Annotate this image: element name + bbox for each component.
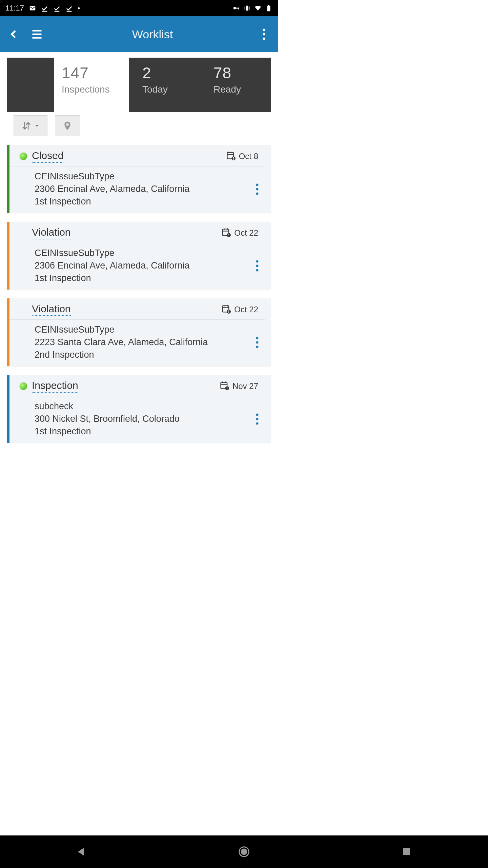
status-bar: 11:17 • [0, 0, 278, 16]
svg-rect-7 [267, 6, 270, 11]
svg-point-38 [256, 418, 258, 420]
card-action-menu[interactable] [245, 250, 269, 281]
svg-point-24 [256, 264, 258, 267]
card-date: Oct 22 [234, 305, 258, 314]
calendar-alert-icon [221, 304, 231, 315]
mail-icon [29, 4, 36, 12]
card-header: Violation Oct 22 [7, 222, 265, 243]
svg-point-25 [256, 269, 258, 271]
card-subtype: CEINIssueSubType [35, 248, 245, 258]
ready-label: Ready [214, 84, 268, 95]
today-count: 2 [142, 64, 197, 82]
card-address: 300 Nickel St, Broomfield, Colorado [35, 414, 245, 424]
overflow-menu-button[interactable] [256, 28, 272, 40]
ready-count: 78 [214, 64, 268, 82]
card-address: 2306 Encinal Ave, Alameda, California [35, 260, 245, 271]
card-inspection: 1st Inspection [35, 196, 245, 207]
back-button[interactable] [6, 27, 22, 41]
calendar-alert-icon [226, 151, 236, 162]
card-stripe [7, 375, 9, 443]
svg-point-16 [256, 183, 258, 186]
card-action-menu[interactable] [245, 403, 269, 435]
card-body-text: CEINIssueSubType 2223 Santa Clara Ave, A… [35, 324, 245, 360]
summary-row: 147 Inspections 2 Today 78 Ready [0, 52, 278, 112]
svg-point-31 [256, 341, 258, 343]
vertical-dots-icon [256, 183, 259, 195]
svg-point-9 [263, 29, 265, 31]
key-icon [232, 4, 240, 12]
svg-rect-15 [233, 159, 234, 160]
chevron-down-icon [34, 123, 40, 129]
inspection-card[interactable]: Inspection Nov 27 subcheck 300 Nickel St… [7, 375, 271, 443]
inspections-count: 147 [62, 64, 119, 82]
status-dot-icon [20, 153, 27, 160]
vertical-dots-icon [256, 413, 259, 425]
svg-rect-36 [227, 389, 227, 390]
svg-rect-21 [229, 234, 229, 235]
card-action-menu[interactable] [245, 173, 269, 205]
calendar-alert-icon [221, 228, 231, 238]
card-address: 2223 Santa Clara Ave, Alameda, Californi… [35, 337, 245, 348]
card-date: Nov 27 [232, 381, 258, 391]
map-pin-button[interactable] [55, 115, 80, 136]
svg-point-10 [263, 33, 265, 36]
svg-point-39 [256, 422, 258, 425]
card-status-label[interactable]: Violation [32, 303, 71, 316]
card-status-label[interactable]: Violation [32, 226, 71, 239]
vertical-dots-icon [256, 260, 259, 272]
summary-tile-blank[interactable] [7, 58, 54, 112]
vertical-dots-icon [256, 337, 259, 348]
svg-rect-28 [229, 310, 229, 312]
card-action-menu[interactable] [245, 327, 269, 358]
summary-tile-today-ready[interactable]: 2 Today 78 Ready [129, 58, 271, 112]
card-subtype: CEINIssueSubType [35, 324, 245, 335]
card-inspection: 1st Inspection [35, 426, 245, 437]
check-icon [41, 4, 48, 12]
status-dot-icon [20, 382, 27, 390]
svg-point-11 [263, 38, 265, 40]
svg-rect-35 [227, 387, 227, 389]
hamburger-menu-button[interactable] [25, 28, 49, 40]
svg-point-30 [256, 337, 258, 339]
svg-rect-4 [246, 6, 248, 11]
check-icon [53, 4, 61, 12]
calendar-alert-icon [220, 381, 229, 392]
page-title: Worklist [49, 28, 256, 41]
card-body-text: CEINIssueSubType 2306 Encinal Ave, Alame… [35, 171, 245, 207]
svg-point-32 [256, 346, 258, 348]
summary-tile-inspections[interactable]: 147 Inspections [54, 58, 122, 112]
card-status-label[interactable]: Closed [32, 150, 63, 163]
wifi-icon [254, 4, 262, 12]
svg-rect-8 [268, 5, 269, 6]
check-icon [65, 4, 73, 12]
inspection-card[interactable]: Violation Oct 22 CEINIssueSubType 2306 E… [7, 222, 271, 290]
sort-button[interactable] [14, 115, 47, 136]
card-header: Inspection Nov 27 [7, 375, 265, 396]
inspection-card[interactable]: Violation Oct 22 CEINIssueSubType 2223 S… [7, 298, 271, 366]
inspection-card[interactable]: Closed Oct 8 CEINIssueSubType 2306 Encin… [7, 145, 271, 213]
app-bar: Worklist [0, 16, 278, 52]
svg-point-1 [233, 7, 236, 9]
battery-icon [265, 4, 272, 12]
card-date: Oct 22 [234, 228, 258, 238]
card-inspection: 2nd Inspection [35, 350, 245, 360]
card-body-text: CEINIssueSubType 2306 Encinal Ave, Alame… [35, 248, 245, 283]
card-header: Closed Oct 8 [7, 145, 265, 166]
card-status-label[interactable]: Inspection [32, 380, 78, 393]
card-stripe [7, 222, 9, 290]
today-label: Today [142, 84, 197, 95]
card-subtype: subcheck [35, 401, 245, 412]
card-stripe [7, 298, 9, 366]
card-date: Oct 8 [239, 152, 258, 161]
cards-list: Closed Oct 8 CEINIssueSubType 2306 Encin… [0, 140, 278, 443]
svg-rect-6 [249, 6, 250, 9]
dot-icon: • [78, 5, 80, 12]
svg-point-23 [256, 260, 258, 262]
svg-rect-5 [245, 6, 245, 9]
svg-rect-22 [229, 236, 229, 236]
inspections-label: Inspections [62, 84, 119, 95]
svg-rect-14 [233, 157, 234, 159]
status-right [232, 4, 272, 12]
card-address: 2306 Encinal Ave, Alameda, California [35, 184, 245, 194]
toolbar-row [0, 112, 278, 140]
